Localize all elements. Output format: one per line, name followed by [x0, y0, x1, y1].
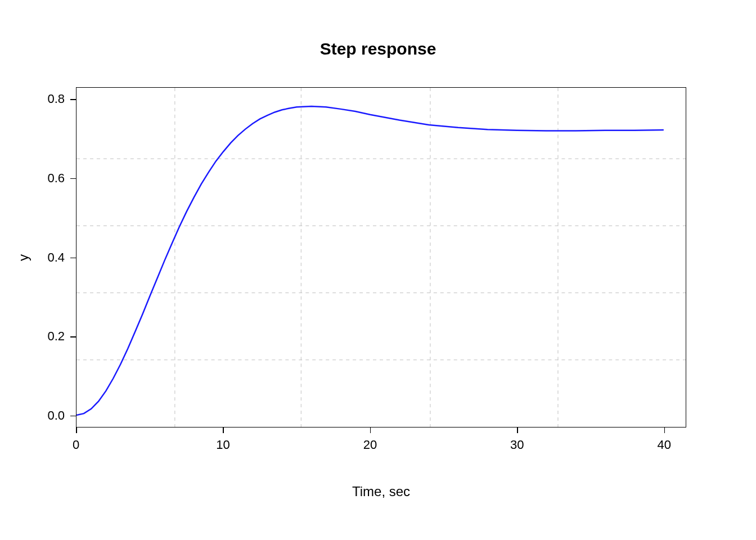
x-tick-label: 30: [510, 438, 524, 452]
y-tick-mark: [70, 178, 76, 179]
plot-area: [76, 87, 686, 428]
x-tick-label: 40: [658, 438, 671, 452]
y-tick-mark: [70, 416, 76, 417]
y-axis-label: y: [17, 87, 30, 428]
chart-title: Step response: [0, 39, 756, 58]
response-curve: [76, 106, 664, 415]
x-tick-mark: [664, 428, 665, 433]
x-tick-mark: [370, 428, 371, 433]
x-tick-label: 10: [216, 438, 230, 452]
y-tick-label: 0.2: [37, 329, 65, 344]
x-tick-label: 20: [363, 438, 377, 452]
x-axis-label: Time, sec: [76, 484, 686, 500]
y-tick-mark: [70, 258, 76, 259]
y-tick-label: 0.8: [37, 92, 65, 106]
grid: [76, 88, 686, 427]
y-tick-label: 0.6: [37, 171, 65, 186]
y-tick-label: 0.0: [37, 408, 65, 423]
x-tick-mark: [223, 428, 224, 433]
y-tick-label: 0.4: [37, 250, 65, 265]
plot-svg: [76, 88, 686, 427]
y-tick-mark: [70, 336, 76, 338]
x-tick-mark: [517, 428, 518, 433]
x-tick-label: 0: [73, 438, 79, 452]
y-tick-mark: [70, 99, 76, 100]
x-tick-mark: [76, 428, 77, 433]
chart-container: Step response y 010203040 0.00.20.40.60.…: [0, 0, 756, 540]
